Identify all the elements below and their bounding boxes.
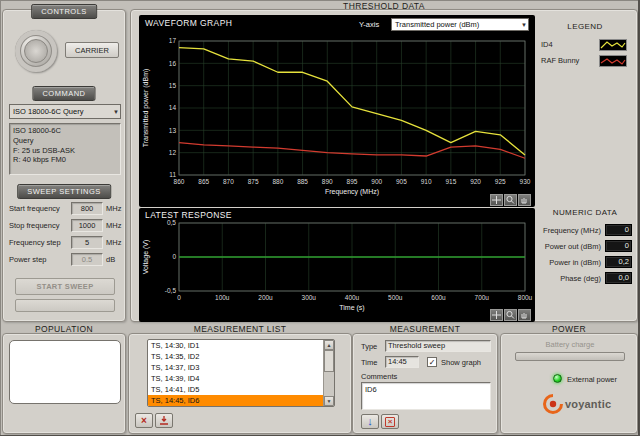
legend-title: LEGEND: [535, 22, 635, 31]
power-panel: Battery charge External power voyantic: [500, 333, 638, 434]
svg-text:300u: 300u: [302, 294, 317, 301]
legend-swatch[interactable]: [599, 53, 627, 71]
graph-tool-palette: [490, 309, 531, 321]
list-item[interactable]: TS, 14:30, ID1: [148, 340, 323, 351]
svg-text:Transmitted power (dBm): Transmitted power (dBm): [142, 69, 150, 148]
time-field[interactable]: 14:45: [385, 356, 419, 368]
delete-list-button[interactable]: ×: [135, 413, 153, 428]
start-sweep-button[interactable]: START SWEEP: [15, 278, 115, 295]
magnifier-icon: [505, 195, 516, 205]
application-window: THRESHOLD DATA CONTROLS CARRIER COMMAND …: [0, 0, 640, 436]
svg-text:12: 12: [169, 149, 177, 156]
delete-icon: ×: [141, 415, 147, 426]
power-in-readout-label: Power in (dBm): [529, 258, 601, 267]
power-out-readout: 0: [605, 240, 632, 252]
magnifier-icon: [505, 310, 516, 320]
type-field[interactable]: Threshold sweep: [385, 340, 491, 352]
list-item[interactable]: TS, 14:45, ID6: [148, 395, 323, 406]
stop-frequency-input[interactable]: 1000: [71, 219, 103, 232]
graph-tool-palette: [490, 194, 531, 206]
svg-text:800u: 800u: [518, 294, 533, 301]
crosshair-icon: [491, 195, 502, 205]
svg-text:910: 910: [421, 178, 432, 185]
delete-icon: ×: [385, 417, 395, 427]
svg-text:14: 14: [169, 104, 177, 111]
start-frequency-input[interactable]: 800: [71, 202, 103, 215]
svg-text:895: 895: [347, 178, 358, 185]
svg-text:0: 0: [177, 294, 181, 301]
command-select[interactable]: ISO 18000-6C Query ▼: [9, 104, 121, 119]
carrier-knob[interactable]: [15, 30, 57, 72]
svg-text:0,5: 0,5: [167, 219, 176, 226]
voyantic-logo-icon: [543, 394, 563, 414]
abort-sweep-button[interactable]: [15, 299, 115, 312]
waveform-plot: 8608658708758808858908959009059109159209…: [139, 15, 535, 207]
controls-panel: CONTROLS CARRIER COMMAND ISO 18000-6C Qu…: [2, 9, 126, 322]
measurement-list[interactable]: TS, 14:30, ID1 TS, 14:35, ID2 TS, 14:37,…: [147, 339, 335, 407]
type-label: Type: [361, 342, 377, 351]
svg-text:400u: 400u: [345, 294, 360, 301]
check-icon: ✓: [429, 358, 436, 367]
zoom-tool-button[interactable]: [504, 194, 517, 206]
svg-text:700u: 700u: [475, 294, 490, 301]
latest-response-graph: LATEST RESPONSE 0100u200u300u400u500u600…: [139, 208, 535, 322]
population-list[interactable]: [9, 340, 121, 404]
list-item[interactable]: TS, 14:37, ID3: [148, 362, 323, 373]
legend-swatch-line-icon: [599, 39, 627, 51]
pan-tool-button[interactable]: [518, 309, 531, 321]
carrier-button[interactable]: CARRIER: [65, 42, 119, 58]
crosshair-tool-button[interactable]: [490, 194, 503, 206]
list-item[interactable]: TS, 14:39, ID4: [148, 373, 323, 384]
svg-text:17: 17: [169, 37, 177, 44]
svg-text:860: 860: [174, 178, 185, 185]
phase-readout-label: Phase (deg): [529, 274, 601, 283]
frequency-step-input[interactable]: 5: [71, 236, 103, 249]
knob-center: [24, 39, 48, 63]
power-led-icon: [553, 374, 562, 383]
controls-header: CONTROLS: [31, 4, 97, 19]
svg-text:920: 920: [470, 178, 481, 185]
svg-text:600u: 600u: [431, 294, 446, 301]
delete-measurement-button[interactable]: ×: [381, 414, 399, 429]
hand-icon: [519, 195, 530, 205]
frequency-step-unit: MHz: [106, 238, 121, 247]
frequency-readout-label: Frequency (MHz): [529, 226, 601, 235]
svg-text:11: 11: [169, 171, 176, 178]
pan-tool-button[interactable]: [518, 194, 531, 206]
power-out-readout-label: Power out (dBm): [529, 242, 601, 251]
phase-readout: 0,0: [605, 272, 632, 284]
measurement-panel: Type Threshold sweep Time 14:45 ✓ Show g…: [352, 333, 498, 434]
legend-swatch-line-icon: [599, 55, 627, 67]
battery-gauge: [515, 352, 625, 361]
frequency-step-label: Frequency step: [9, 238, 61, 247]
power-step-label: Power step: [9, 255, 47, 264]
svg-text:200u: 200u: [258, 294, 273, 301]
scrollbar-thumb[interactable]: [324, 350, 334, 372]
zoom-tool-button[interactable]: [504, 309, 517, 321]
power-step-input[interactable]: 0.5: [71, 253, 103, 266]
crosshair-tool-button[interactable]: [490, 309, 503, 321]
threshold-data-panel: WAVEFORM GRAPH Y-axis Transmitted power …: [130, 9, 638, 322]
scrollbar[interactable]: ▲ ▼: [323, 340, 334, 406]
hand-icon: [519, 310, 530, 320]
svg-text:905: 905: [396, 178, 407, 185]
numeric-data-title: NUMERIC DATA: [535, 208, 635, 217]
export-list-button[interactable]: [155, 413, 173, 428]
svg-text:925: 925: [495, 178, 506, 185]
battery-charge-label: Battery charge: [501, 340, 639, 349]
command-header: COMMAND: [32, 86, 95, 101]
list-item[interactable]: TS, 14:41, ID5: [148, 384, 323, 395]
comments-field[interactable]: ID6: [361, 382, 491, 410]
svg-text:Voltage (V): Voltage (V): [142, 240, 150, 275]
waveform-graph: WAVEFORM GRAPH Y-axis Transmitted power …: [139, 15, 535, 207]
svg-text:890: 890: [322, 178, 333, 185]
scroll-up-icon[interactable]: ▲: [324, 340, 334, 350]
svg-text:15: 15: [169, 82, 177, 89]
recall-measurement-button[interactable]: ↓: [361, 414, 379, 429]
show-graph-checkbox[interactable]: ✓: [427, 357, 437, 367]
chevron-down-icon: ▼: [113, 106, 119, 119]
sweep-settings-header: SWEEP SETTINGS: [17, 184, 111, 199]
svg-text:900: 900: [371, 178, 382, 185]
scroll-down-icon[interactable]: ▼: [324, 396, 334, 406]
list-item[interactable]: TS, 14:35, ID2: [148, 351, 323, 362]
